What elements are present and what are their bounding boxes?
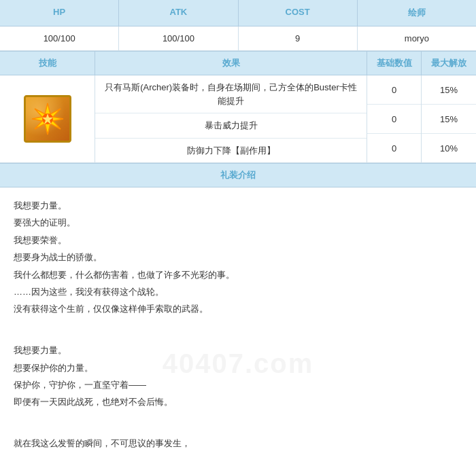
intro-body: 40407.com 我想要力量。要强大的证明。我想要荣誉。想要身为战士的骄傲。我…	[0, 187, 476, 449]
intro-header: 礼装介绍	[0, 163, 476, 187]
atk-value: 100/100	[119, 26, 238, 50]
hp-header: HP	[0, 0, 119, 26]
skill-effect-1: 只有马斯(Archer)装备时，自身在场期间，己方全体的Buster卡性能提升	[95, 75, 367, 113]
skill-base-1: 0	[367, 75, 421, 105]
hp-value: 100/100	[0, 26, 119, 50]
intro-text: 我想要力量。要强大的证明。我想要荣誉。想要身为战士的骄傲。我什么都想要，什么都伤…	[14, 198, 462, 449]
skills-section-header: 技能 效果 基础数值 最大解放	[0, 51, 476, 75]
skill-effects-col: 只有马斯(Archer)装备时，自身在场期间，己方全体的Buster卡性能提升 …	[95, 75, 367, 162]
skill-col-header: 技能	[0, 52, 95, 75]
skill-max-1: 15%	[422, 75, 476, 105]
skill-icon	[24, 95, 71, 143]
skill-icon-cell	[0, 75, 95, 162]
artist-header: 绘师	[358, 0, 476, 26]
stats-data: 100/100 100/100 9 moryo	[0, 26, 476, 51]
skill-max-3: 10%	[422, 134, 476, 162]
cost-value: 9	[239, 26, 358, 50]
skill-base-3: 0	[367, 134, 421, 162]
artist-value: moryo	[358, 26, 476, 50]
skill-max-2: 15%	[422, 105, 476, 134]
cost-header: COST	[239, 0, 358, 26]
skill-effect-3: 防御力下降【副作用】	[95, 139, 367, 163]
skill-base-col: 0 0 0	[367, 75, 422, 162]
base-col-header: 基础数值	[367, 52, 422, 75]
skill-effect-2: 暴击威力提升	[95, 113, 367, 139]
stats-header: HP ATK COST 绘师	[0, 0, 476, 26]
skill-max-col: 15% 15% 10%	[422, 75, 476, 162]
effect-col-header: 效果	[95, 52, 367, 75]
atk-header: ATK	[119, 0, 238, 26]
max-col-header: 最大解放	[422, 52, 476, 75]
skill-icon-svg	[31, 102, 65, 136]
skill-base-2: 0	[367, 105, 421, 134]
skill-row: 只有马斯(Archer)装备时，自身在场期间，己方全体的Buster卡性能提升 …	[0, 75, 476, 163]
